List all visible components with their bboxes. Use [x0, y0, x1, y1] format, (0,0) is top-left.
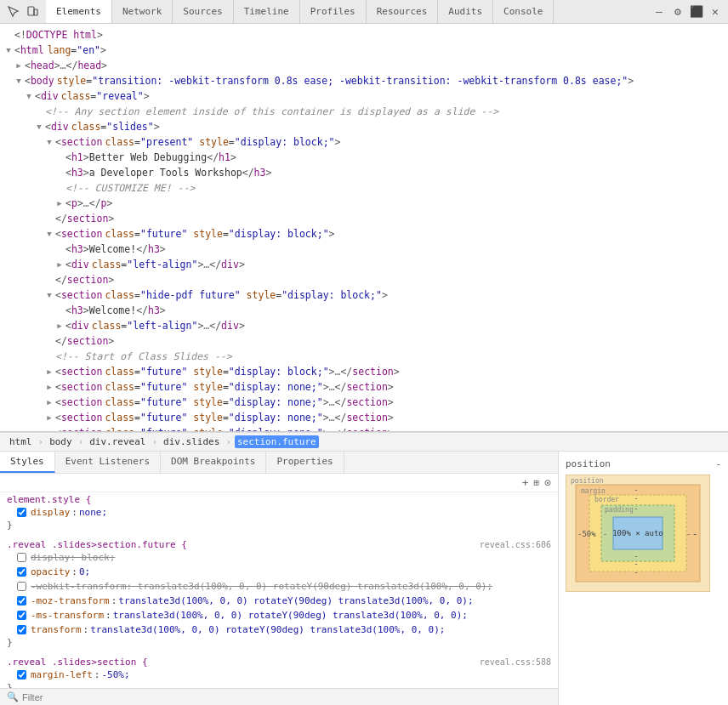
toggle-classes-icon[interactable]: ⊞ — [534, 477, 540, 488]
triangle-icon[interactable] — [44, 380, 54, 394]
html-line[interactable]: <section class="future" style="display: … — [0, 410, 728, 425]
triangle-icon[interactable] — [54, 196, 65, 210]
html-line[interactable]: <h1>Better Web Debugging</h1> — [0, 150, 728, 165]
html-line[interactable]: <p>…</p> — [0, 196, 728, 211]
css-prop-line: -webkit-transform: translate3d(100%, 0, … — [17, 579, 551, 594]
tab-sources[interactable]: Sources — [173, 0, 233, 23]
svg-text:-: - — [686, 530, 691, 538]
html-line[interactable]: <section class="future" style="display: … — [0, 425, 728, 432]
triangle-icon[interactable] — [44, 395, 54, 409]
triangle-icon[interactable] — [44, 227, 54, 241]
html-line[interactable]: <section class="future" style="display: … — [0, 379, 728, 395]
svg-text:-: - — [634, 552, 638, 560]
svg-text:padding: padding — [605, 506, 634, 514]
html-line[interactable]: </section> — [0, 333, 728, 349]
device-icon[interactable] — [24, 3, 41, 20]
add-style-icon[interactable]: + — [522, 476, 529, 489]
close-icon[interactable]: ✕ — [708, 4, 723, 20]
tab-event-listeners[interactable]: Event Listeners — [55, 452, 161, 473]
svg-text:-: - — [603, 530, 607, 538]
breadcrumb-divreveal[interactable]: div.reveal — [87, 435, 148, 448]
triangle-icon[interactable] — [3, 43, 14, 57]
html-line[interactable]: <section class="future" style="display: … — [0, 364, 728, 379]
triangle-icon[interactable] — [44, 288, 54, 302]
main-area: <!DOCTYPE html> <html lang="en" > <head>… — [0, 24, 728, 705]
html-line[interactable]: <h3>Welcome!</h3> — [0, 242, 728, 257]
tabs-bar: Elements Network Sources Timeline Profil… — [46, 0, 650, 23]
css-rule-body: display: block; opacity: 0; -webkit-tran… — [7, 550, 551, 637]
html-line[interactable]: <section class="present" style="display:… — [0, 134, 728, 150]
html-line[interactable]: <!DOCTYPE html> — [0, 27, 728, 43]
triangle-icon[interactable] — [14, 59, 24, 72]
prop-checkbox[interactable] — [17, 582, 26, 591]
html-line[interactable]: <div class="left-align" >…</div> — [0, 318, 728, 333]
triangle-icon[interactable] — [44, 135, 54, 149]
tab-properties[interactable]: Properties — [266, 452, 344, 473]
html-line[interactable]: <body style="transition: -webkit-transfo… — [0, 73, 728, 88]
prop-checkbox[interactable] — [17, 625, 26, 634]
prop-checkbox[interactable] — [17, 611, 26, 620]
css-prop-line: -moz-transform: translate3d(100%, 0, 0) … — [17, 594, 551, 608]
html-line[interactable]: <head>…</head> — [0, 58, 728, 73]
styles-section: Styles Event Listeners DOM Breakpoints P… — [0, 452, 558, 705]
breadcrumb-section-future[interactable]: section.future — [235, 435, 319, 448]
prop-checkbox[interactable] — [17, 508, 26, 517]
html-line[interactable]: <!-- Any section element inside of this … — [0, 104, 728, 119]
triangle-icon[interactable] — [44, 426, 54, 432]
html-line[interactable]: <section class="hide-pdf future" style="… — [0, 287, 728, 303]
settings-icon[interactable]: ⚙ — [670, 4, 685, 20]
css-rule-future: .reveal .slides>section.future { reveal.… — [7, 539, 551, 648]
html-line[interactable]: <!-- CUSTOMIZE ME! --> — [0, 180, 728, 196]
breadcrumb-divslides[interactable]: div.slides — [161, 435, 222, 448]
minimize-icon[interactable]: — — [651, 4, 667, 20]
filter-input[interactable] — [22, 692, 551, 702]
svg-text:100% × auto: 100% × auto — [612, 529, 663, 537]
breadcrumb-html[interactable]: html — [7, 435, 35, 448]
elements-panel[interactable]: <!DOCTYPE html> <html lang="en" > <head>… — [0, 24, 728, 432]
breadcrumb-body[interactable]: body — [47, 435, 75, 448]
inspect-icon[interactable] — [5, 3, 22, 20]
prop-checkbox[interactable] — [17, 596, 26, 606]
css-prop-line: display: none; — [17, 505, 551, 520]
html-line[interactable]: <h3>Welcome!</h3> — [0, 303, 728, 318]
triangle-icon[interactable] — [14, 74, 24, 88]
prop-checkbox[interactable] — [17, 567, 26, 577]
html-line[interactable]: </section> — [0, 272, 728, 287]
html-line[interactable]: <html lang="en" > — [0, 43, 728, 58]
html-line[interactable]: <h3>a Developer Tools Workshop</h3> — [0, 165, 728, 180]
position-dash: - — [715, 458, 721, 469]
tab-dom-breakpoints[interactable]: DOM Breakpoints — [161, 452, 266, 473]
triangle-icon[interactable] — [24, 89, 34, 103]
triangle-icon[interactable] — [44, 411, 54, 424]
svg-text:-: - — [634, 560, 638, 568]
triangle-icon[interactable] — [44, 365, 54, 378]
refresh-icon[interactable]: ⊙ — [544, 476, 551, 489]
css-file-ref[interactable]: reveal.css:588 — [480, 657, 551, 667]
filter-icon: 🔍 — [7, 691, 19, 702]
prop-checkbox[interactable] — [17, 553, 26, 562]
tab-profiles[interactable]: Profiles — [300, 0, 367, 23]
tab-console[interactable]: Console — [493, 0, 554, 23]
tab-resources[interactable]: Resources — [367, 0, 439, 23]
prop-checkbox[interactable] — [17, 670, 26, 679]
triangle-icon[interactable] — [54, 258, 65, 271]
html-line[interactable]: </section> — [0, 211, 728, 226]
tab-elements[interactable]: Elements — [46, 0, 112, 23]
html-line[interactable]: <!-- Start of Class Slides --> — [0, 349, 728, 364]
css-rule-body: display: none; — [7, 505, 551, 520]
tab-styles[interactable]: Styles — [0, 452, 55, 473]
tab-timeline[interactable]: Timeline — [234, 0, 300, 23]
css-file-ref[interactable]: reveal.css:606 — [480, 540, 551, 549]
svg-text:-: - — [693, 530, 697, 538]
tab-network[interactable]: Network — [112, 0, 173, 23]
html-line[interactable]: <div class="slides" > — [0, 119, 728, 134]
triangle-icon[interactable] — [54, 319, 65, 333]
dock-icon[interactable]: ⬛ — [689, 4, 704, 20]
html-line[interactable]: <div class="reveal" > — [0, 88, 728, 104]
html-line[interactable]: <div class="left-align" >…</div> — [0, 257, 728, 272]
html-line[interactable]: <section class="future" style="display: … — [0, 395, 728, 410]
triangle-icon[interactable] — [34, 120, 44, 134]
tab-audits[interactable]: Audits — [438, 0, 493, 23]
css-rule-element-style: element.style { display: none; } — [7, 494, 551, 531]
html-line[interactable]: <section class="future" style="display: … — [0, 226, 728, 242]
